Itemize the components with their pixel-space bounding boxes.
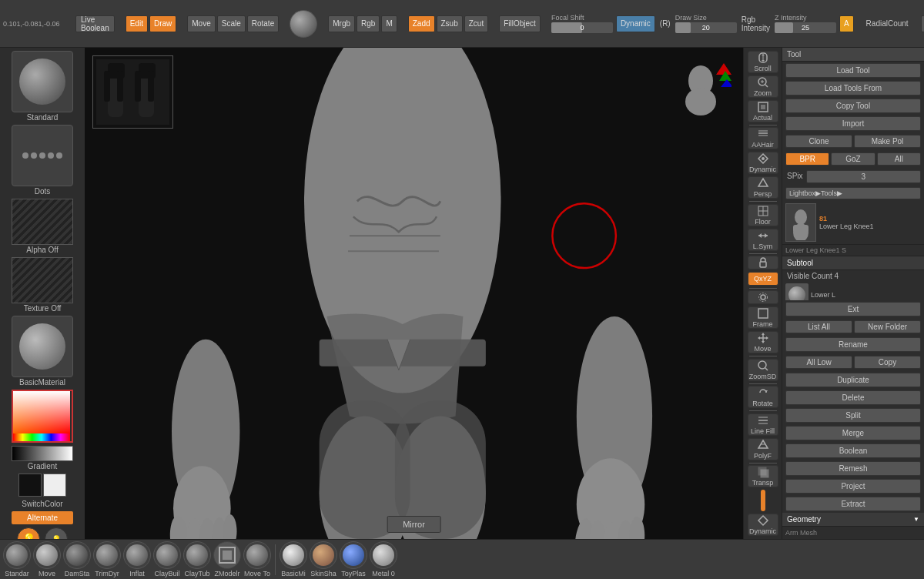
- load-tools-from-btn[interactable]: Load Tools From: [785, 81, 921, 95]
- texture-preview[interactable]: [12, 257, 73, 303]
- color-picker[interactable]: [12, 390, 73, 443]
- bottom-standar[interactable]: Standar: [3, 541, 31, 577]
- delete-btn[interactable]: Delete: [785, 390, 921, 405]
- material-preview[interactable]: [12, 316, 73, 377]
- load-tool-btn[interactable]: Load Tool: [785, 63, 921, 78]
- frame-btn[interactable]: Frame: [748, 306, 778, 329]
- bottom-damsta[interactable]: DamSta: [63, 541, 91, 577]
- edit-btn[interactable]: Edit: [126, 15, 148, 32]
- alpha-off[interactable]: Alpha Off: [8, 199, 77, 254]
- bottom-moveto[interactable]: Move To: [243, 541, 271, 577]
- actual-btn[interactable]: Actual: [748, 100, 778, 122]
- qxyz-btn[interactable]: QxYZ: [748, 272, 778, 286]
- mirror-btn[interactable]: Mirror: [387, 516, 441, 533]
- alpha-preview[interactable]: [12, 199, 73, 245]
- fill-object-btn[interactable]: FillObject: [499, 15, 541, 32]
- standard-brush[interactable]: Standard: [8, 51, 77, 122]
- polyf-btn[interactable]: PolyF: [748, 438, 778, 460]
- list-all-btn[interactable]: List All: [785, 320, 852, 333]
- lightbox-btn[interactable]: Lightbox▶Tools▶: [785, 187, 921, 199]
- basic-material[interactable]: BasicMaterial: [8, 316, 77, 387]
- mrgb-btn[interactable]: Mrgb: [328, 15, 355, 32]
- rotate-btn[interactable]: Rotate: [247, 15, 279, 32]
- zcut-btn[interactable]: Zcut: [464, 15, 488, 32]
- z-intensity-slider[interactable]: 25: [775, 22, 836, 33]
- bottom-move[interactable]: Move: [33, 541, 61, 577]
- floor-btn[interactable]: Floor: [748, 204, 778, 226]
- goz-btn[interactable]: GoZ: [831, 152, 875, 166]
- bottom-claybuild[interactable]: ClayBuil: [153, 541, 181, 577]
- alternate-btn[interactable]: Alternate: [12, 511, 73, 524]
- bottom-skinsha[interactable]: SkinSha: [310, 541, 337, 577]
- split-btn[interactable]: Split: [785, 408, 921, 423]
- bottom-zmodelr[interactable]: ZModelr: [213, 541, 241, 577]
- dots-brush-preview[interactable]: [12, 125, 73, 186]
- aa-hair-btn[interactable]: AAHair: [748, 127, 778, 149]
- new-folder-btn[interactable]: New Folder: [854, 320, 921, 333]
- bpr-btn[interactable]: BPR: [785, 152, 829, 166]
- bottom-inflat[interactable]: Inflat: [123, 541, 151, 577]
- line-fill-btn[interactable]: Line Fill: [748, 413, 778, 436]
- persp-btn[interactable]: Persp: [748, 176, 778, 199]
- light-off-btn[interactable]: 💡: [45, 527, 68, 539]
- rename-btn[interactable]: Rename: [785, 337, 921, 352]
- extract-btn[interactable]: Extract: [785, 497, 921, 511]
- standard-brush-preview[interactable]: [12, 51, 73, 112]
- all-btn[interactable]: All: [877, 152, 921, 166]
- lock-btn[interactable]: [748, 256, 778, 269]
- clone-btn[interactable]: Clone: [785, 135, 852, 148]
- bottom-claytub[interactable]: ClayTub: [183, 541, 211, 577]
- boolean-btn[interactable]: Boolean: [785, 443, 921, 458]
- bottom-metal0[interactable]: Metal 0: [370, 541, 397, 577]
- rotate3d-btn[interactable]: Rotate: [748, 386, 778, 408]
- l-sym-btn[interactable]: L.Sym: [748, 229, 778, 251]
- dynamic-btn[interactable]: Dynamic: [748, 152, 778, 174]
- bottom-trimdyr[interactable]: TrimDyr: [93, 541, 121, 577]
- bottom-basicmi[interactable]: BasicMi: [280, 541, 307, 577]
- draw-size-slider[interactable]: 20: [675, 22, 737, 33]
- rgb-btn[interactable]: Rgb: [357, 15, 380, 32]
- brush-icon[interactable]: [290, 10, 317, 38]
- duplicate-btn[interactable]: Duplicate: [785, 373, 921, 387]
- m-btn[interactable]: M: [381, 15, 397, 32]
- move-btn[interactable]: Move: [748, 331, 778, 353]
- scale-btn[interactable]: Scale: [217, 15, 246, 32]
- project-btn[interactable]: Project: [785, 479, 921, 494]
- geometry-section-header[interactable]: Geometry ▼: [782, 513, 924, 527]
- dynamic-btn[interactable]: Dynamic: [616, 15, 655, 32]
- zoom-btn[interactable]: Zoom: [748, 75, 778, 98]
- bottom-toyplas[interactable]: ToyPlas: [340, 541, 367, 577]
- move-transform-btn[interactable]: Move: [187, 15, 215, 32]
- transp-btn[interactable]: Transp: [748, 465, 778, 487]
- copy-tool-btn[interactable]: Copy Tool: [785, 99, 921, 113]
- merge-btn[interactable]: Merge: [785, 426, 921, 440]
- ext-btn[interactable]: Ext: [785, 302, 921, 316]
- remesh-btn[interactable]: Remesh: [785, 461, 921, 476]
- all-low-btn[interactable]: All Low: [785, 356, 852, 369]
- copy-btn[interactable]: Copy: [854, 356, 921, 369]
- material-sphere: [19, 323, 65, 370]
- x-sym-btn[interactable]: >X<: [921, 15, 924, 32]
- live-boolean-btn[interactable]: Live Boolean: [75, 15, 115, 32]
- gradient-preview[interactable]: [12, 446, 73, 461]
- make-pol-btn[interactable]: Make Pol: [854, 135, 921, 148]
- light-on-btn[interactable]: 💡: [17, 527, 40, 539]
- dots-brush[interactable]: Dots: [8, 125, 77, 196]
- dynamic2-btn[interactable]: Dynamic: [748, 514, 778, 536]
- zoom3d-btn[interactable]: ZoomSD: [748, 359, 778, 381]
- a-btn[interactable]: A: [839, 15, 854, 32]
- texture-off[interactable]: Texture Off: [8, 257, 77, 313]
- zsub-btn[interactable]: Zsub: [437, 15, 463, 32]
- scroll-btn[interactable]: Scroll: [748, 51, 778, 73]
- settings-btn[interactable]: [748, 290, 778, 304]
- subtool-item-1[interactable]: Lower L: [782, 282, 924, 300]
- hue-strip[interactable]: [13, 433, 70, 441]
- focal-shift-slider[interactable]: 0: [551, 22, 613, 33]
- canvas-area[interactable]: Mirror: [85, 48, 743, 539]
- zadd-btn[interactable]: Zadd: [408, 15, 435, 32]
- draw-btn[interactable]: Draw: [149, 15, 176, 32]
- white-swatch[interactable]: [43, 474, 66, 497]
- import-btn[interactable]: Import: [785, 116, 921, 131]
- black-swatch[interactable]: [18, 474, 42, 497]
- spix-value-btn[interactable]: 3: [806, 170, 921, 183]
